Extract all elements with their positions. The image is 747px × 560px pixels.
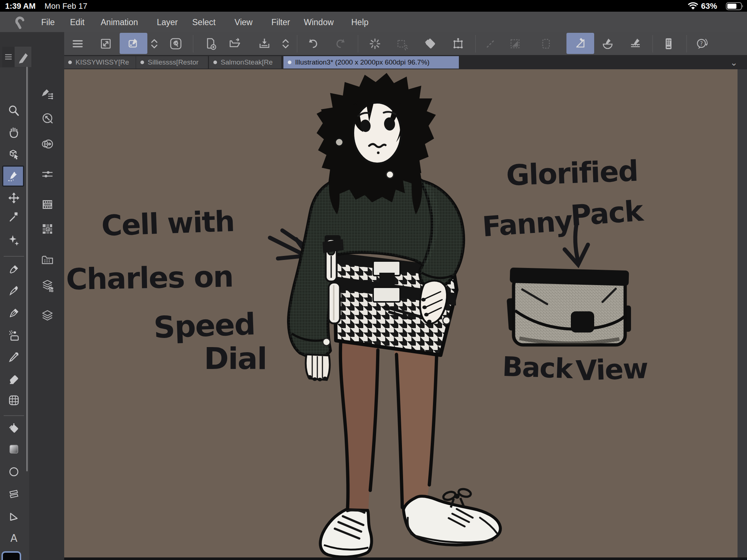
- undo-icon[interactable]: [305, 36, 321, 52]
- material-icon[interactable]: [36, 218, 58, 240]
- redo-icon[interactable]: [333, 36, 349, 52]
- wifi-icon: [687, 2, 699, 11]
- tab-overflow-chevron-icon[interactable]: ⌄: [730, 58, 738, 68]
- collapse-expand-icon[interactable]: [146, 36, 162, 52]
- annotation-backview-text: Back View: [502, 351, 649, 387]
- clip-studio-logo-icon[interactable]: [13, 15, 28, 30]
- canvas-bottom-edge: [64, 557, 747, 560]
- fit-screen-icon[interactable]: [98, 36, 114, 52]
- companion-mode-icon[interactable]: [661, 36, 677, 52]
- deselect-rays-icon[interactable]: [393, 36, 409, 52]
- main-menu-icon[interactable]: [70, 36, 86, 52]
- svg-text:Pack: Pack: [569, 194, 645, 232]
- selection-area-icon[interactable]: [538, 36, 554, 52]
- timeline-icon[interactable]: [36, 194, 58, 215]
- open-file-icon[interactable]: [227, 36, 243, 52]
- menu-view[interactable]: View: [235, 18, 252, 27]
- svg-text:A: A: [10, 532, 17, 544]
- menu-file[interactable]: File: [41, 18, 55, 27]
- figure-tool-icon[interactable]: [3, 461, 25, 482]
- auto-select-tool-icon[interactable]: [3, 207, 25, 228]
- snap-ruler-icon[interactable]: [566, 33, 594, 54]
- transform-icon[interactable]: [450, 36, 466, 52]
- svg-text:Speed: Speed: [153, 307, 256, 345]
- tab-label: KISSYWISSY[Re: [76, 58, 129, 66]
- menu-filter[interactable]: Filter: [271, 18, 290, 27]
- selection-pen-icon[interactable]: [507, 36, 523, 52]
- reset-view-icon[interactable]: [36, 108, 58, 129]
- tab-silliessss[interactable]: Silliessss[Restor: [136, 56, 208, 69]
- pen-pressure-icon[interactable]: [120, 33, 147, 54]
- layers-icon[interactable]: [36, 305, 58, 326]
- tab-dot: [140, 61, 144, 64]
- snap-curve-icon[interactable]: [600, 36, 616, 52]
- app-background-right: [738, 69, 747, 560]
- clock: 1:39 AM: [5, 1, 36, 11]
- status-bar: 1:39 AM Mon Feb 17 63%: [0, 0, 747, 12]
- gradient-tool-icon[interactable]: [3, 439, 25, 460]
- battery-icon: [726, 2, 744, 10]
- primary-color-swatch[interactable]: [1, 551, 21, 560]
- menu-select[interactable]: Select: [192, 18, 216, 27]
- layer-property-icon[interactable]: [36, 275, 58, 296]
- move-tool-icon[interactable]: [3, 187, 25, 209]
- menu-layer[interactable]: Layer: [157, 18, 178, 27]
- material-folder-icon[interactable]: [36, 249, 58, 271]
- illustration: Cell with Charles on Speed Dial Glorifie…: [64, 69, 738, 558]
- eraser-tool-icon[interactable]: [3, 368, 25, 389]
- help-icon[interactable]: ?: [694, 36, 710, 52]
- tool-list-tab[interactable]: [2, 47, 15, 67]
- transfer-icon[interactable]: [36, 133, 58, 155]
- menu-bar: File Edit Animation Layer Select View Fi…: [0, 12, 747, 32]
- processing-icon[interactable]: [367, 36, 383, 52]
- tool-pencil-tab[interactable]: [15, 47, 31, 67]
- menu-help[interactable]: Help: [351, 18, 368, 27]
- tab-illustration3-active[interactable]: Illustration3* (2000 x 2000px 600dpi 96.…: [283, 56, 459, 69]
- menu-edit[interactable]: Edit: [70, 18, 85, 27]
- svg-text:Charles on: Charles on: [66, 260, 233, 296]
- tab-label: SalmonSteak[Re: [221, 58, 273, 66]
- svg-text:Cell with: Cell with: [101, 205, 235, 242]
- svg-text:Glorified: Glorified: [506, 155, 638, 192]
- hand-tool-icon[interactable]: [3, 122, 25, 143]
- tab-dot: [68, 61, 72, 64]
- snap-special-ruler-icon[interactable]: [628, 36, 644, 52]
- brush-tool-icon[interactable]: [3, 280, 25, 302]
- liquify-tool-icon[interactable]: [3, 390, 25, 411]
- new-canvas-icon[interactable]: [203, 36, 219, 52]
- zoom-tool-icon[interactable]: [3, 100, 25, 121]
- operate-3d-tool-icon[interactable]: [3, 144, 25, 165]
- selection-line-icon[interactable]: [483, 36, 499, 52]
- menu-window[interactable]: Window: [304, 18, 334, 27]
- tab-dot: [213, 61, 217, 64]
- save-options-icon[interactable]: [278, 36, 294, 52]
- svg-text:Dial: Dial: [204, 341, 267, 376]
- polyline-tool-icon[interactable]: [3, 506, 25, 527]
- fill-drop-icon[interactable]: [422, 36, 438, 52]
- tab-kissywissy[interactable]: KISSYWISSY[Re: [64, 56, 136, 69]
- toolbar: « ||| « ›: [0, 32, 747, 55]
- fill-tool-icon[interactable]: [3, 418, 25, 439]
- battery-percent: 63%: [701, 1, 717, 11]
- tab-label: Illustration3* (2000 x 2000px 600dpi 96.…: [295, 58, 430, 66]
- tab-salmonsteak[interactable]: SalmonSteak[Re: [209, 56, 281, 69]
- tool-property-icon[interactable]: [36, 164, 58, 185]
- menu-animation[interactable]: Animation: [101, 18, 138, 27]
- tab-label: Silliessss[Restor: [148, 58, 198, 66]
- canvas-document[interactable]: Cell with Charles on Speed Dial Glorifie…: [64, 69, 738, 558]
- annotation-cell-text: Cell with Charles on Speed Dial: [66, 205, 267, 376]
- text-tool-icon[interactable]: A: [3, 528, 25, 549]
- vector-pen-tool-icon-selected[interactable]: [2, 166, 24, 187]
- frame-tool-icon[interactable]: [3, 483, 25, 504]
- airbrush-tool-icon[interactable]: [3, 324, 25, 346]
- sub-tool-icon[interactable]: [36, 83, 58, 105]
- tool-scrollbar[interactable]: [26, 67, 28, 471]
- decoration-tool-icon[interactable]: [3, 229, 25, 250]
- fanny-pack-drawing: [507, 268, 631, 345]
- marker-tool-icon[interactable]: [3, 259, 25, 280]
- gesture-icon[interactable]: [168, 36, 184, 52]
- pen-tool-icon[interactable]: [3, 303, 25, 324]
- eyedropper-tool-icon[interactable]: [3, 346, 25, 368]
- save-icon[interactable]: [256, 36, 272, 52]
- date: Mon Feb 17: [44, 1, 87, 11]
